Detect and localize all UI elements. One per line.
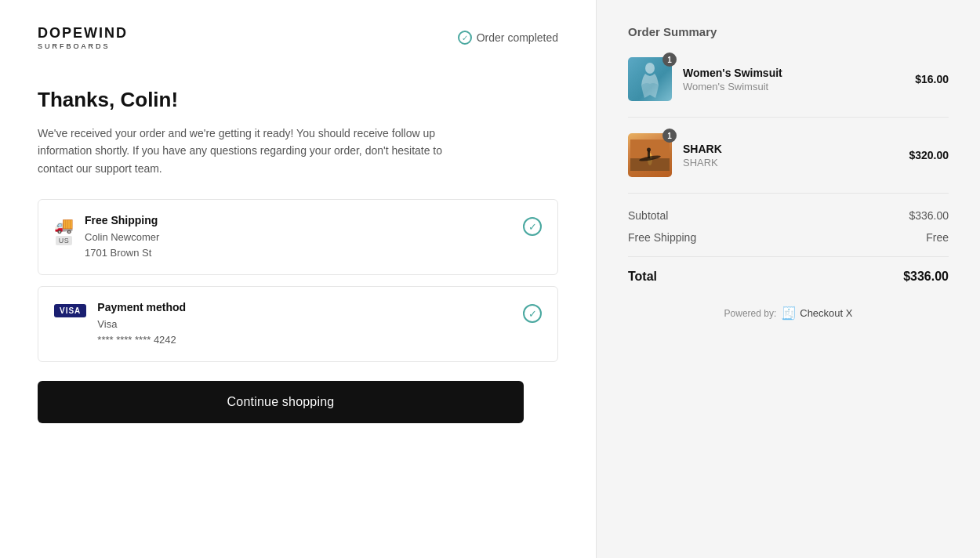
subtotal-row: Subtotal $336.00 (628, 209, 949, 222)
item-name-swimsuit: Women's Swimsuit (683, 67, 782, 79)
order-status-label: Order completed (477, 31, 558, 44)
shipping-info: Free Shipping Colin Newcomer 1701 Brown … (85, 214, 159, 260)
svg-point-6 (647, 148, 651, 152)
powered-by-label: Powered by: (724, 308, 777, 319)
order-summary-title: Order Summary (628, 25, 949, 38)
subtotal-label: Subtotal (628, 209, 668, 222)
shipping-row: Free Shipping Free (628, 231, 949, 244)
payment-check-icon: ✓ (523, 304, 542, 323)
brand-name: DOPEWIND (38, 25, 128, 42)
payment-title: Payment method (97, 301, 186, 313)
item-details-swimsuit: Women's Swimsuit Women's Swimsuit (683, 67, 782, 92)
item-price-shark: $320.00 (909, 149, 949, 161)
visa-icon-wrap: VISA (54, 301, 86, 317)
country-badge: US (56, 236, 73, 245)
total-label: Total (628, 270, 657, 284)
shipping-card: 🚚 US Free Shipping Colin Newcomer 1701 B… (38, 199, 558, 275)
order-check-icon: ✓ (458, 31, 472, 45)
payment-info: Payment method Visa **** **** **** 4242 (97, 301, 186, 347)
thanks-heading: Thanks, Colin! (38, 88, 558, 112)
checkout-x-icon: 🧾 (781, 306, 797, 321)
checkout-x-badge: 🧾 Checkout X (781, 306, 852, 321)
thanks-body: We've received your order and we're gett… (38, 125, 477, 177)
shipping-address: 1701 Brown St (85, 245, 159, 261)
shipping-title: Free Shipping (85, 214, 159, 226)
visa-badge: VISA (54, 304, 86, 317)
order-status: ✓ Order completed (458, 31, 558, 45)
item-variant-shark: SHARK (683, 157, 722, 168)
qty-badge-swimsuit: 1 (662, 53, 677, 67)
item-name-shark: SHARK (683, 143, 722, 155)
item-variant-swimsuit: Women's Swimsuit (683, 81, 782, 92)
truck-icon: 🚚 (54, 216, 74, 234)
shipping-name: Colin Newcomer (85, 230, 159, 245)
continue-shopping-button[interactable]: Continue shopping (38, 381, 524, 423)
order-item-left-swimsuit: 1 Women's Swimsuit Women's Swimsuit (628, 57, 782, 101)
item-price-swimsuit: $16.00 (915, 73, 949, 85)
order-item-swimsuit: 1 Women's Swimsuit Women's Swimsuit $16.… (628, 57, 949, 118)
right-panel: Order Summary 1 Women's Swimsuit Women's… (596, 0, 980, 558)
item-image-wrap-swimsuit: 1 (628, 57, 672, 101)
shipping-icon-wrap: 🚚 US (54, 214, 74, 245)
item-image-wrap-shark: 1 (628, 133, 672, 177)
subtotal-value: $336.00 (909, 209, 949, 222)
header: DOPEWIND SURFBOARDS ✓ Order completed (38, 25, 558, 50)
shipping-row-label: Free Shipping (628, 231, 696, 244)
order-item-left-shark: 1 SHARK SHARK (628, 133, 722, 177)
brand-sub: SURFBOARDS (38, 42, 111, 50)
shipping-row-value: Free (926, 231, 949, 244)
total-value: $336.00 (903, 270, 949, 284)
payment-card: VISA Payment method Visa **** **** **** … (38, 286, 558, 362)
powered-by: Powered by: 🧾 Checkout X (628, 306, 949, 321)
payment-type: Visa (97, 317, 186, 332)
logo: DOPEWIND SURFBOARDS (38, 25, 128, 50)
qty-badge-shark: 1 (662, 129, 677, 143)
checkout-x-name: Checkout X (800, 307, 852, 319)
payment-card-left: VISA Payment method Visa **** **** **** … (54, 301, 186, 347)
left-panel: DOPEWIND SURFBOARDS ✓ Order completed Th… (0, 0, 596, 558)
shipping-check-icon: ✓ (523, 217, 542, 236)
payment-masked: **** **** **** 4242 (97, 332, 186, 348)
svg-point-0 (645, 63, 655, 74)
order-item-shark: 1 SHARK SHARK $320.00 (628, 133, 949, 194)
total-row: Total $336.00 (628, 256, 949, 284)
item-details-shark: SHARK SHARK (683, 143, 722, 168)
shipping-card-left: 🚚 US Free Shipping Colin Newcomer 1701 B… (54, 214, 159, 260)
